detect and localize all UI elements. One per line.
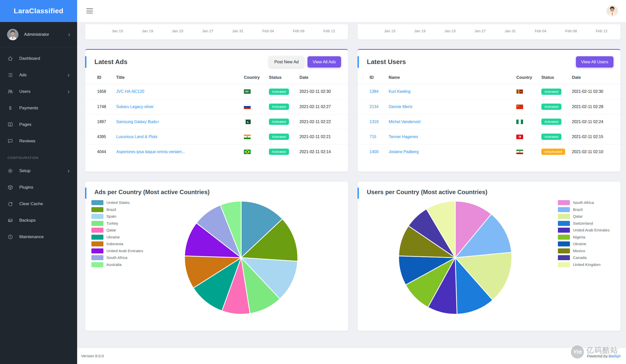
col-country: Country [516,75,541,80]
legend-item[interactable]: Brazil [91,207,143,212]
flag-saudi-arabia-icon [244,89,269,94]
ad-title-link[interactable]: Luxurious Land & Plots [116,135,244,139]
users-per-country-panel: Users per Country (Most active Countries… [358,182,620,331]
sidebar-item-maintenance[interactable]: Maintenance [0,229,77,245]
legend-item[interactable]: United Kingdom [558,262,609,267]
legend-label: Qatar [106,228,116,232]
view-all-users-button[interactable]: View All Users [576,56,613,68]
ad-id: 1748 [97,105,116,109]
user-id-link[interactable]: 1400 [370,150,389,154]
sidebar-item-payments[interactable]: $Payments [0,100,77,116]
legend-item[interactable]: Australia [91,262,143,267]
ads-table-row: 1658JVC HA-NC120Activated2021-02-11 02:3… [85,84,348,99]
sidebar-item-setup[interactable]: Setup› [0,163,77,179]
powered-by-link[interactable]: Bedigit [609,354,620,358]
home-icon [8,56,13,61]
legend-swatch [91,221,103,226]
sidebar-item-clear-cache[interactable]: Clear Cache [0,196,77,212]
user-avatar[interactable] [606,5,618,17]
sidebar-admin-row[interactable]: Administrator › [0,22,77,47]
chevron-right-icon: › [68,72,70,78]
legend-item[interactable]: Ukraine [558,241,609,246]
legend-item[interactable]: South Africa [558,200,609,205]
legend-item[interactable]: Spain [91,214,143,219]
flag-china-icon [516,105,541,109]
legend-label: South Africa [573,200,594,205]
ad-title-link[interactable]: JVC HA-NC120 [116,89,244,94]
user-id-link[interactable]: 1384 [370,89,389,94]
row-date: 2021-02-11 02:30 [572,89,614,94]
col-name: Name [389,75,516,80]
user-name-link[interactable]: Tanner Hagenes [389,135,516,139]
brand-logo[interactable]: LaraClassified [0,0,77,22]
sidebar-item-label: Payments [19,106,38,111]
powered-by-text: Powered by [587,354,607,358]
title-accent-bar [358,56,359,68]
user-name-link[interactable]: Michel Vandervort [389,120,516,124]
flag-tunisia-icon [516,135,541,139]
col-id: ID [97,75,116,80]
legend-item[interactable]: South Africa [91,255,143,260]
legend-swatch [558,221,570,226]
legend-swatch [91,207,103,212]
view-all-ads-button[interactable]: View All Ads [307,56,341,68]
legend-item[interactable]: Brazil [558,207,609,212]
legend-item[interactable]: Mexico [558,248,609,253]
sidebar-item-ads[interactable]: Ads› [0,67,77,83]
chat-icon [8,138,13,144]
alert-icon [8,234,13,240]
dashboard-content: Jan 15Jan 19Jan 23Jan 27Jan 31Feb 04Feb … [77,22,626,331]
user-name-link[interactable]: Dannie Mertz [389,105,516,109]
hamburger-menu-icon[interactable] [86,8,93,14]
col-country: Country [244,75,269,80]
sidebar-item-plugins[interactable]: Plugins [0,179,77,196]
legend-item[interactable]: Ukraine [91,235,143,240]
status-badge: Activated [541,134,561,140]
col-status: Status [269,75,299,80]
sidebar-item-reviews[interactable]: Reviews [0,133,77,149]
legend-item[interactable]: Turkey [91,221,143,226]
admin-avatar [7,29,19,40]
legend-item[interactable]: Indonesia [91,241,143,246]
book-icon [8,122,13,127]
latest-ads-panel: Latest Ads Post New Ad View All Ads ID T… [85,49,348,172]
user-id-link[interactable]: 715 [370,135,389,139]
user-id-link[interactable]: 2134 [370,105,389,109]
sidebar-item-pages[interactable]: Pages [0,116,77,133]
users-pie-legend: South AfricaBrazilQatarSwitzerlandUnited… [558,200,609,267]
legend-swatch [558,255,570,260]
legend-item[interactable]: Nigeria [558,235,609,240]
sidebar-item-users[interactable]: Users› [0,83,77,100]
row-date: 2021-02-11 02:22 [299,120,342,124]
row-date: 2021-02-11 02:15 [572,135,614,139]
legend-item[interactable]: Switzerland [558,221,609,226]
ad-title-link[interactable]: Asperiores ipsa itaque omnis veniam... [116,150,244,154]
legend-item[interactable]: Qatar [558,214,609,219]
legend-item[interactable]: United Arab Emirates [558,228,609,233]
legend-label: United Arab Emirates [573,228,609,232]
sidebar-item-dashboard[interactable]: Dashboard [0,50,77,67]
user-name-link[interactable]: Josiane Padberg [389,150,516,154]
col-id: ID [370,75,389,80]
status-badge: Activated [269,89,289,95]
legend-swatch [91,228,103,233]
user-id-link[interactable]: 1319 [370,120,389,124]
x-axis-tick-label: Jan 31 [505,29,516,33]
users-icon [8,89,13,94]
sidebar: LaraClassified Administrator › Dashboard… [0,0,77,364]
legend-item[interactable]: United States [91,200,143,205]
ad-title-link[interactable]: Subaru Legacy silver [116,105,244,109]
legend-item[interactable]: Canada [558,255,609,260]
user-name-link[interactable]: Kurt Keeling [389,89,516,94]
svg-text:$: $ [9,105,12,111]
ad-id: 1658 [97,89,116,94]
sidebar-item-label: Setup [19,168,30,173]
legend-item[interactable]: Qatar [91,228,143,233]
legend-label: Ukraine [106,235,120,239]
chevron-right-icon: › [68,32,70,38]
legend-item[interactable]: United Arab Emirates [91,248,143,253]
post-new-ad-button[interactable]: Post New Ad [269,56,304,68]
ad-title-link[interactable]: Samsung Galaxy Buds+ [116,120,244,124]
sidebar-item-backups[interactable]: Backups [0,212,77,229]
sidebar-item-label: Users [19,89,30,94]
